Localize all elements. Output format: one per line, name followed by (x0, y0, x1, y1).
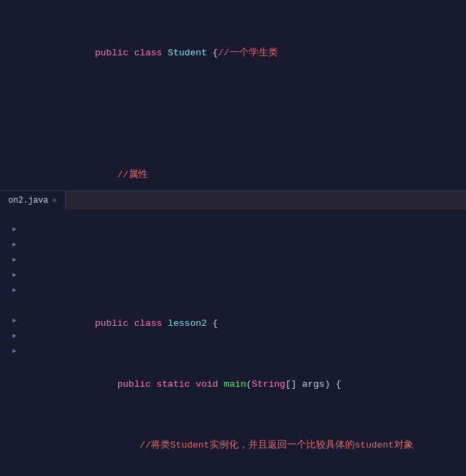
code-line (22, 107, 466, 122)
tab-on2java[interactable]: on2.java × (0, 191, 66, 210)
tab-label: on2.java (8, 196, 48, 205)
gutter-marker: ▶ (12, 316, 17, 324)
bottom-pane: ▶ ▶ ▶ ▶ ▶ ▶ ▶ ▶ public class lesson2 { (0, 210, 466, 476)
gutter-marker: ▶ (12, 240, 17, 248)
code-line: public class Student {//一个学生类 (22, 46, 466, 61)
editor-container: public class Student {//一个学生类 //属性 Strin… (0, 0, 466, 476)
bottom-gutter: ▶ ▶ ▶ ▶ ▶ ▶ ▶ ▶ (0, 210, 22, 476)
top-gutter (0, 0, 22, 190)
top-code-area: public class Student {//一个学生类 //属性 Strin… (0, 0, 466, 190)
code-line: public static void main(String[] args) { (22, 377, 466, 392)
gutter-marker: ▶ (12, 331, 17, 340)
gutter-marker: ▶ (12, 347, 17, 355)
top-code-lines[interactable]: public class Student {//一个学生类 //属性 Strin… (22, 0, 466, 190)
bottom-code-lines[interactable]: public class lesson2 { public static voi… (22, 210, 466, 476)
gutter-marker: ▶ (12, 255, 17, 264)
code-line: //属性 (22, 167, 466, 183)
top-pane: public class Student {//一个学生类 //属性 Strin… (0, 0, 466, 190)
tab-close-button[interactable]: × (53, 196, 57, 205)
code-line: //将类Student实例化，并且返回一个比较具体的student对象 (22, 438, 466, 453)
code-line: public class lesson2 { (22, 316, 466, 331)
gutter-marker: ▶ (12, 286, 17, 294)
code-line (22, 255, 466, 271)
gutter-marker: ▶ (12, 225, 17, 233)
tab-bar: on2.java × (0, 190, 466, 210)
gutter-marker: ▶ (12, 271, 17, 279)
bottom-code-area: ▶ ▶ ▶ ▶ ▶ ▶ ▶ ▶ public class lesson2 { (0, 210, 466, 476)
